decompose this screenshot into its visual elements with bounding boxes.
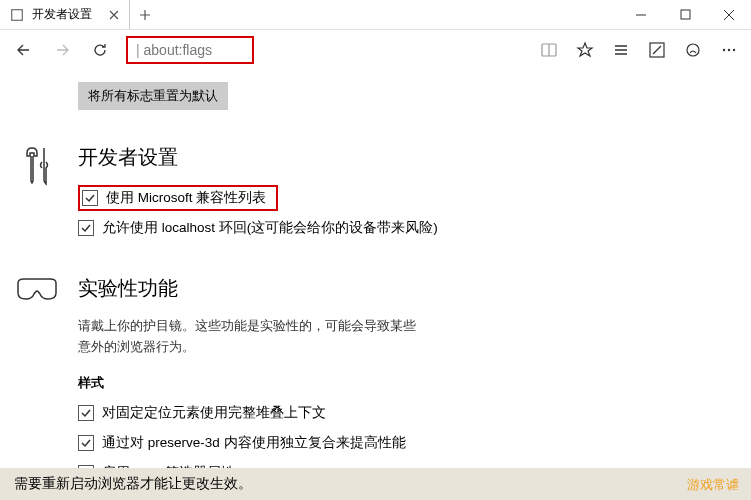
tools-icon: [14, 144, 60, 186]
new-tab-button[interactable]: [130, 0, 160, 29]
close-window-button[interactable]: [707, 0, 751, 29]
experimental-description: 请戴上你的护目镜。这些功能是实验性的，可能会导致某些意外的浏览器行为。: [78, 316, 418, 358]
maximize-button[interactable]: [663, 0, 707, 29]
restart-banner: 需要重新启动浏览器才能让更改生效。: [0, 468, 751, 500]
forward-button[interactable]: [44, 32, 80, 68]
refresh-button[interactable]: [82, 32, 118, 68]
svg-point-7: [733, 49, 735, 51]
fixed-position-checkbox-row[interactable]: 对固定定位元素使用完整堆叠上下文: [78, 402, 751, 424]
minimize-button[interactable]: [619, 0, 663, 29]
svg-rect-0: [12, 9, 23, 20]
fixed-position-label: 对固定定位元素使用完整堆叠上下文: [102, 404, 326, 422]
localhost-loopback-checkbox-row[interactable]: 允许使用 localhost 环回(这可能会给你的设备带来风险): [78, 217, 751, 239]
restart-banner-text: 需要重新启动浏览器才能让更改生效。: [14, 475, 252, 493]
address-url: about:flags: [144, 42, 213, 58]
preserve-3d-label: 通过对 preserve-3d 内容使用独立复合来提高性能: [102, 434, 406, 452]
page-icon: [10, 8, 24, 22]
favorite-button[interactable]: [569, 32, 601, 68]
svg-rect-1: [681, 10, 690, 19]
preserve-3d-checkbox-row[interactable]: 通过对 preserve-3d 内容使用独立复合来提高性能: [78, 432, 751, 454]
watermark-text: 游戏常谑: [687, 476, 739, 494]
back-button[interactable]: [6, 32, 42, 68]
localhost-loopback-label: 允许使用 localhost 环回(这可能会给你的设备带来风险): [102, 219, 438, 237]
svg-point-5: [723, 49, 725, 51]
browser-tab[interactable]: 开发者设置: [0, 0, 130, 29]
checkbox-checked-icon: [78, 435, 94, 451]
checkbox-checked-icon: [82, 190, 98, 206]
svg-point-6: [728, 49, 730, 51]
compat-list-label: 使用 Microsoft 兼容性列表: [106, 189, 266, 207]
experimental-features-heading: 实验性功能: [78, 275, 751, 302]
reading-view-button[interactable]: [533, 32, 565, 68]
reset-flags-button[interactable]: 将所有标志重置为默认: [78, 82, 228, 110]
webnote-button[interactable]: [641, 32, 673, 68]
tab-title: 开发者设置: [32, 6, 92, 23]
styles-subheading: 样式: [78, 374, 751, 392]
developer-settings-heading: 开发者设置: [78, 144, 751, 171]
address-bar[interactable]: | about:flags: [126, 36, 254, 64]
checkbox-checked-icon: [78, 405, 94, 421]
more-button[interactable]: [713, 32, 745, 68]
close-tab-icon[interactable]: [107, 8, 121, 22]
compat-list-checkbox-row[interactable]: 使用 Microsoft 兼容性列表: [78, 185, 278, 211]
goggles-icon: [14, 275, 60, 303]
svg-point-4: [687, 44, 699, 56]
checkbox-checked-icon: [78, 220, 94, 236]
share-button[interactable]: [677, 32, 709, 68]
hub-button[interactable]: [605, 32, 637, 68]
